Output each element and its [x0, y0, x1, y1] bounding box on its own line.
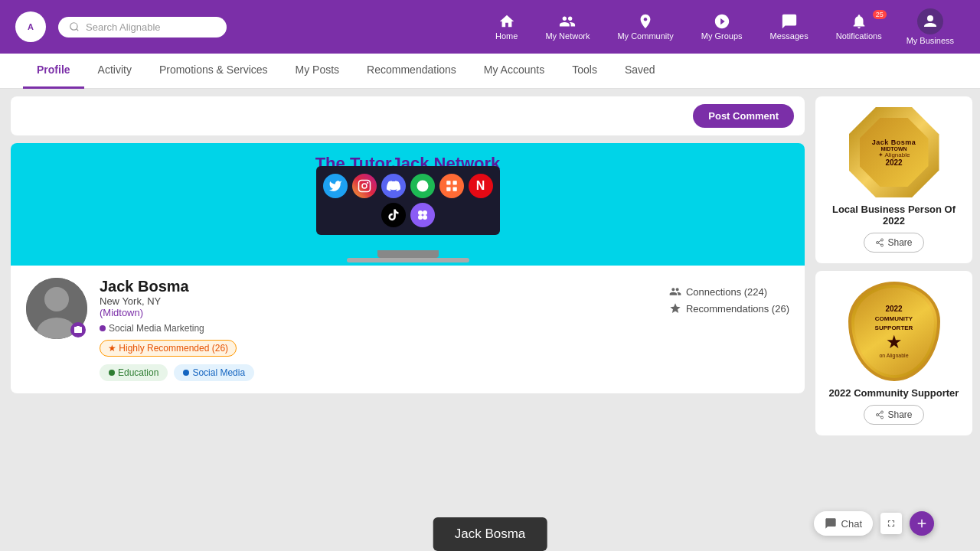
supporter-on-text: on Alignable [879, 353, 908, 358]
supporter-badge-inner: 2022 COMMUNITY SUPPORTER ★ on Alignable [854, 288, 934, 375]
social-dot [183, 370, 189, 376]
post-comment-button[interactable]: Post Comment [693, 104, 794, 128]
svg-point-21 [877, 242, 879, 244]
nav-my-groups[interactable]: My Groups [688, 7, 756, 47]
svg-point-15 [418, 215, 423, 220]
svg-line-23 [879, 243, 881, 245]
profile-stats: Connections (224) Recommendations (26) [669, 278, 789, 315]
user-avatar [917, 8, 943, 34]
supporter-star: ★ [886, 333, 903, 351]
svg-point-13 [418, 210, 423, 215]
svg-rect-11 [446, 187, 450, 191]
svg-point-27 [881, 416, 884, 419]
main-content: Post Comment The TutorJack Network [0, 89, 980, 551]
supporter-badge-outer: 2022 COMMUNITY SUPPORTER ★ on Alignable [848, 282, 940, 381]
twitter-icon [323, 174, 348, 198]
svg-line-24 [879, 240, 881, 242]
profile-info: Jack Bosma New York, NY (Midtown) Social… [11, 266, 805, 393]
tab-my-posts[interactable]: My Posts [282, 54, 354, 89]
svg-line-28 [879, 416, 881, 417]
chat-area: Chat [814, 511, 934, 536]
instagram-icon [352, 174, 377, 198]
discord-icon [381, 174, 406, 198]
laptop-base [347, 258, 469, 262]
add-button[interactable] [910, 511, 934, 536]
tab-promotions[interactable]: Promotions & Services [145, 54, 282, 89]
spotify-icon [410, 174, 435, 198]
search-placeholder: Search Alignable [86, 21, 161, 33]
tab-bar: Profile Activity Promotions & Services M… [0, 54, 980, 89]
nav-items: Home My Network My Community My Groups M… [482, 2, 965, 51]
svg-point-7 [367, 182, 368, 184]
svg-point-26 [877, 414, 879, 416]
svg-point-18 [44, 287, 69, 311]
avatar-wrapper [26, 278, 87, 339]
svg-point-14 [423, 210, 427, 215]
connections-stat[interactable]: Connections (224) [669, 285, 789, 298]
nav-my-business[interactable]: My Business [896, 2, 965, 51]
tiktok-icon [381, 203, 406, 227]
camera-icon[interactable] [70, 322, 86, 337]
bottom-tooltip: Jack Bosma [433, 517, 547, 551]
recommendations-stat[interactable]: Recommendations (26) [669, 302, 789, 315]
recommendations-label: Recommendations (26) [686, 303, 789, 315]
svg-rect-12 [452, 187, 456, 191]
chat-button[interactable]: Chat [814, 511, 873, 536]
tag-education: Education [100, 364, 168, 381]
tag-social: Social Media [174, 364, 254, 381]
svg-point-22 [881, 244, 884, 246]
badge-year-2022: 2022 [885, 158, 902, 167]
center-panel: Post Comment The TutorJack Network [0, 89, 815, 551]
svg-point-4 [927, 15, 933, 21]
tab-activity[interactable]: Activity [84, 54, 145, 89]
tab-profile[interactable]: Profile [23, 54, 84, 89]
local-business-badge-card: Jack Bosma Midtown ✦Alignable 2022 Local… [815, 96, 972, 263]
tab-my-accounts[interactable]: My Accounts [470, 54, 558, 89]
svg-rect-10 [452, 181, 456, 184]
badge-outer-ring: Jack Bosma Midtown ✦Alignable 2022 [849, 107, 939, 197]
profile-name: Jack Bosma [100, 278, 657, 295]
profile-category: Social Media Marketing [100, 323, 657, 334]
tooltip-text: Jack Bosma [455, 527, 526, 541]
alignable-logo[interactable]: A [15, 11, 46, 42]
badge-alignable-logo: ✦Alignable [878, 152, 910, 158]
svg-point-25 [881, 411, 884, 413]
my-business-label: My Business [906, 36, 954, 45]
svg-rect-9 [446, 181, 450, 184]
svg-text:A: A [28, 22, 34, 31]
tab-saved[interactable]: Saved [611, 54, 669, 89]
svg-line-29 [879, 412, 881, 414]
community-supporter-badge-card: 2022 COMMUNITY SUPPORTER ★ on Alignable … [815, 271, 972, 435]
badge-location: Midtown [880, 146, 906, 152]
share-button-2[interactable]: Share [864, 405, 923, 425]
expand-button[interactable] [880, 513, 902, 534]
local-business-badge-image: Jack Bosma Midtown ✦Alignable 2022 [849, 107, 939, 197]
category-dot [100, 325, 106, 331]
profile-banner: The TutorJack Network [11, 143, 805, 266]
nav-my-network[interactable]: My Network [531, 7, 603, 47]
nav-home[interactable]: Home [482, 7, 531, 47]
netflix-icon: N [469, 174, 493, 198]
recommended-badge: ★ Highly Recommended (26) [100, 340, 237, 357]
svg-point-16 [423, 215, 427, 220]
nav-notifications[interactable]: 25 Notifications [822, 7, 896, 47]
tag-row: Education Social Media [100, 364, 657, 381]
post-comment-card: Post Comment [11, 96, 805, 135]
tab-tools[interactable]: Tools [558, 54, 611, 89]
profile-location: New York, NY [100, 295, 657, 307]
svg-line-3 [77, 29, 79, 31]
share-button-1[interactable]: Share [864, 233, 923, 253]
community-supporter-title: 2022 Community Supporter [825, 387, 963, 399]
badge-year: Jack Bosma [872, 139, 916, 146]
laptop-screen: N [316, 166, 500, 235]
navbar: A Search Alignable Home My Network My Co… [0, 0, 980, 54]
search-bar[interactable]: Search Alignable [58, 17, 227, 37]
tab-recommendations[interactable]: Recommendations [353, 54, 470, 89]
chat-label: Chat [841, 518, 862, 530]
nav-my-community[interactable]: My Community [603, 7, 687, 47]
nav-messages[interactable]: Messages [756, 7, 822, 47]
clover-icon [410, 203, 435, 227]
svg-point-6 [362, 184, 367, 188]
app-icons: N [316, 168, 500, 233]
education-dot [109, 370, 115, 376]
